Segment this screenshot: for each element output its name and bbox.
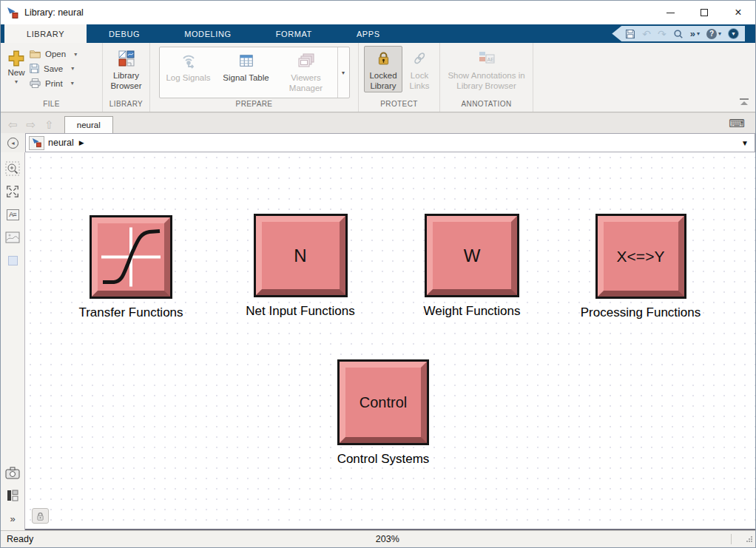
viewers-manager-icon [297, 50, 316, 71]
zoom-level: 203% [376, 534, 399, 544]
model-browser-icon[interactable] [5, 488, 20, 503]
print-dropdown-icon[interactable]: ▾ [71, 80, 74, 87]
library-browser-icon [118, 48, 135, 69]
block-net-input-functions[interactable]: N [254, 214, 348, 297]
block-weight-functions[interactable]: W [425, 214, 519, 297]
fit-to-view-icon[interactable] [5, 184, 20, 199]
folder-icon [29, 49, 41, 59]
breadcrumb-dropdown-icon[interactable]: ▼ [741, 139, 749, 147]
open-dropdown-icon[interactable]: ▾ [74, 51, 77, 58]
simulink-library-icon [7, 7, 19, 19]
library-canvas[interactable]: Transfer Functions N Net Input Functions… [25, 152, 755, 530]
block-label: Control Systems [337, 452, 430, 467]
tab-debug[interactable]: DEBUG [87, 24, 162, 43]
block-glyph: N [294, 246, 306, 266]
tab-modeling[interactable]: MODELING [162, 24, 253, 43]
section-file: New ▾ Open ▾ Save ▾ [1, 43, 103, 112]
new-dropdown-icon[interactable]: ▾ [15, 78, 18, 85]
library-browser-button[interactable]: Library Browser [107, 46, 145, 92]
section-label-file: FILE [5, 100, 98, 112]
minimize-button[interactable] [653, 1, 687, 24]
tab-neural[interactable]: neural [64, 116, 113, 133]
block-label: Transfer Functions [78, 305, 183, 320]
section-label-protect: PROTECT [363, 100, 435, 112]
statusbar: Ready 203% [1, 530, 755, 547]
overflow-menu-icon[interactable]: »▾ [690, 28, 700, 39]
up-icon[interactable]: ⇧ [44, 119, 54, 130]
show-annotations-button[interactable]: AE Show Annotations in Library Browser [445, 46, 528, 92]
block-transfer-functions[interactable] [90, 215, 172, 299]
section-prepare: Log Signals Signal Table [150, 43, 359, 112]
save-dropdown-icon[interactable]: ▾ [71, 65, 74, 72]
section-label-annotation: ANNOTATION [445, 100, 528, 112]
hide-browser-icon[interactable]: ◄ [7, 138, 18, 149]
forward-icon[interactable]: ⇨ [27, 119, 36, 130]
help-icon[interactable]: ?▾ [706, 29, 721, 39]
block-label: Net Input Functions [246, 304, 354, 319]
signal-table-icon [238, 50, 254, 71]
window-title: Library: neural [24, 7, 84, 18]
padlock-icon [376, 48, 391, 69]
breadcrumb-item-neural[interactable]: neural [48, 138, 74, 148]
save-button[interactable]: Save ▾ [29, 63, 77, 74]
locked-library-button[interactable]: Locked Library [364, 46, 402, 92]
area-box-icon[interactable] [5, 253, 20, 268]
close-button[interactable]: × [721, 1, 755, 24]
keyboard-icon[interactable]: ⌨ [729, 118, 745, 129]
block-glyph: X<=>Y [617, 248, 665, 265]
maximize-button[interactable] [687, 1, 721, 24]
block-label: Weight Functions [423, 304, 520, 319]
block-processing-functions[interactable]: X<=>Y [595, 214, 686, 299]
log-signals-icon [179, 50, 198, 71]
document-tabbar: ⇦ ⇨ ⇧ neural ⌨ [1, 112, 755, 133]
tab-format[interactable]: FORMAT [254, 24, 334, 43]
addressbar: ◄ neural ▶ ▼ [1, 133, 755, 152]
undo-icon[interactable]: ↶ [642, 29, 651, 39]
prepare-gallery-dropdown-icon[interactable]: ▾ [337, 47, 349, 98]
ribbon-tab-row: LIBRARY DEBUG MODELING FORMAT APPS ↶ ↷ »… [1, 24, 755, 43]
canvas-lock-icon[interactable] [32, 508, 49, 524]
quick-access-toolbar: ↶ ↷ »▾ ?▾ ▼ [612, 26, 745, 41]
palette-sidebar: A≡ [1, 152, 25, 530]
new-button[interactable]: New ▾ [5, 46, 29, 85]
new-label: New [7, 68, 24, 77]
new-plus-icon [7, 49, 26, 68]
annotation-text-icon[interactable]: A≡ [5, 207, 20, 222]
redo-icon[interactable]: ↷ [658, 29, 666, 39]
floppy-icon [29, 63, 40, 74]
status-text: Ready [1, 534, 33, 544]
open-button[interactable]: Open ▾ [29, 49, 77, 59]
minimize-ribbon-icon[interactable]: ▼ [728, 28, 739, 39]
viewers-manager-button[interactable]: Viewers Manager [275, 47, 337, 98]
block-control-systems[interactable]: Control [337, 359, 429, 445]
section-protect: Locked Library Lock Links PROTECT [359, 43, 440, 112]
svg-text:AE: AE [487, 57, 494, 62]
back-icon[interactable]: ⇦ [8, 119, 18, 130]
printer-icon [29, 78, 41, 89]
titlebar: Library: neural × [1, 1, 755, 24]
print-button[interactable]: Print ▾ [29, 78, 77, 89]
breadcrumb-caret-icon[interactable]: ▶ [79, 139, 84, 146]
tab-library[interactable]: LIBRARY [4, 24, 87, 43]
tab-apps[interactable]: APPS [334, 24, 402, 43]
signal-table-button[interactable]: Signal Table [217, 47, 275, 98]
lock-links-button[interactable]: Lock Links [405, 46, 434, 92]
chain-link-icon [412, 48, 427, 69]
breadcrumb[interactable]: neural ▶ ▼ [25, 133, 755, 152]
search-icon[interactable] [673, 29, 684, 39]
zoom-region-icon[interactable] [5, 161, 20, 176]
section-library: Library Browser LIBRARY [103, 43, 150, 112]
status-divider [731, 534, 732, 544]
section-label-library: LIBRARY [107, 100, 145, 112]
image-annotation-icon[interactable] [5, 230, 20, 245]
screenshot-icon[interactable] [5, 465, 20, 480]
collapse-ribbon-icon[interactable] [739, 95, 749, 109]
expand-sidebar-icon[interactable]: » [5, 511, 20, 526]
resize-grip[interactable] [746, 535, 753, 545]
block-label: Processing Functions [581, 305, 701, 320]
block-glyph: W [464, 246, 481, 266]
quick-save-icon[interactable] [625, 29, 635, 39]
simulink-library-window: Library: neural × LIBRARY DEBUG MODELING… [0, 0, 756, 548]
breadcrumb-library-icon[interactable] [29, 136, 44, 150]
log-signals-button[interactable]: Log Signals [160, 47, 217, 98]
